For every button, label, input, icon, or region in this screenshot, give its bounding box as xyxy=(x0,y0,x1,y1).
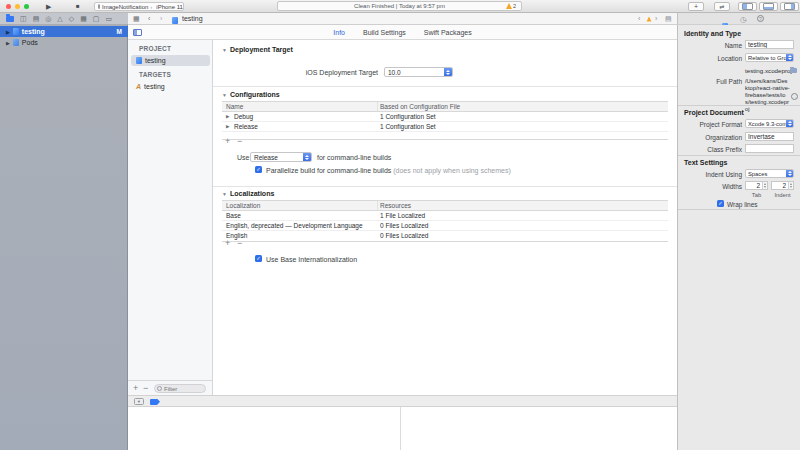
parallelize-note: (does not apply when using schemes) xyxy=(393,167,511,174)
name-label: Name xyxy=(678,42,742,49)
section-configurations[interactable]: ▼Configurations xyxy=(222,91,280,98)
project-format-popup[interactable]: Xcode 9.3-compatible xyxy=(745,119,794,128)
report-navigator-icon[interactable]: ▭ xyxy=(105,13,112,25)
project-item[interactable]: testing xyxy=(131,55,210,66)
warning-count: 2 xyxy=(513,3,516,9)
navigator-item-testing[interactable]: ▶ testing M xyxy=(0,26,128,37)
forward-button[interactable]: › xyxy=(160,13,162,25)
table-row[interactable]: Base 1 File Localized xyxy=(222,211,668,221)
toggle-navigator-button[interactable] xyxy=(738,2,757,11)
scheme-selector[interactable]: ImageNotification › iPhone 11 xyxy=(94,2,184,11)
app-target-icon: A xyxy=(136,83,141,90)
section-collapse-icon[interactable]: ▼ xyxy=(222,47,227,53)
add-button[interactable]: + xyxy=(133,381,138,396)
tab-info[interactable]: Info xyxy=(333,29,345,36)
project-document-section-title: Project Document xyxy=(684,109,744,116)
popup-stepper-icon xyxy=(303,153,311,161)
remove-configuration-button[interactable]: − xyxy=(237,134,242,149)
disclosure-triangle-icon[interactable]: ▶ xyxy=(6,29,10,35)
name-field[interactable] xyxy=(745,40,794,49)
remove-button[interactable]: − xyxy=(143,381,148,396)
source-control-navigator-icon[interactable]: ◫ xyxy=(20,13,27,25)
organization-label: Organization xyxy=(678,134,742,141)
library-button[interactable]: + xyxy=(688,2,704,11)
previous-issue-button[interactable]: ‹ xyxy=(638,13,640,25)
reveal-in-finder-arrow-icon[interactable]: → xyxy=(791,93,798,100)
base-internationalization-checkbox[interactable] xyxy=(255,255,262,262)
choose-location-folder-icon[interactable] xyxy=(790,68,797,73)
back-button[interactable]: ‹ xyxy=(148,13,150,25)
find-navigator-icon[interactable]: ◎ xyxy=(45,13,51,25)
zoom-window-button[interactable] xyxy=(24,4,29,9)
indent-using-label: Indent Using xyxy=(678,171,742,178)
section-localizations[interactable]: ▼Localizations xyxy=(222,190,274,197)
close-window-button[interactable] xyxy=(6,4,11,9)
section-collapse-icon[interactable]: ▼ xyxy=(222,191,227,197)
popup-stepper-icon xyxy=(444,68,452,76)
debug-area xyxy=(128,407,677,450)
breakpoint-navigator-icon[interactable]: ▢ xyxy=(93,13,100,25)
disclosure-triangle-icon[interactable]: ▶ xyxy=(6,40,10,46)
stepper-arrows-icon[interactable] xyxy=(788,182,793,189)
command-line-config-popup[interactable]: Release xyxy=(250,152,312,162)
column-divider[interactable] xyxy=(377,201,378,210)
table-row[interactable]: ▶ Release 1 Configuration Set xyxy=(222,122,668,132)
remove-localization-button[interactable]: − xyxy=(237,236,242,251)
tab-width-stepper[interactable]: 2 xyxy=(745,181,768,190)
ios-deployment-target-popup[interactable]: 10.0 xyxy=(384,67,453,77)
issues-badge[interactable]: 2 xyxy=(506,3,516,9)
column-divider[interactable] xyxy=(377,102,378,111)
editor-layout-icon[interactable]: ▤ xyxy=(665,13,672,25)
symbol-navigator-icon[interactable]: ▤ xyxy=(33,13,40,25)
secondary-bar: ◫ ▤ ◎ △ ◇ ▦ ▢ ▭ ▦ ‹ › testing ‹ › ▤ ◷ ? xyxy=(0,13,800,25)
indent-using-popup[interactable]: Spaces xyxy=(745,169,794,178)
disclosure-triangle-icon[interactable]: ▶ xyxy=(226,112,229,122)
run-button[interactable]: ▶ xyxy=(46,0,51,13)
tab-caption: Tab xyxy=(745,192,768,198)
jump-bar-file[interactable]: testing xyxy=(182,13,203,25)
stepper-arrows-icon[interactable] xyxy=(762,182,767,189)
tab-build-settings[interactable]: Build Settings xyxy=(363,29,406,36)
inspector-divider xyxy=(678,209,800,210)
parallelize-checkbox[interactable] xyxy=(255,166,262,173)
quick-help-inspector-tab[interactable]: ? xyxy=(757,15,764,22)
organization-field[interactable] xyxy=(745,132,794,141)
editor-arrows-button[interactable]: ⇄ xyxy=(714,2,730,11)
stop-button[interactable]: ■ xyxy=(76,0,80,13)
toggle-inspector-button[interactable] xyxy=(780,2,799,11)
add-localization-button[interactable]: + xyxy=(225,236,230,251)
target-item[interactable]: A testing xyxy=(131,81,210,92)
issue-warning-icon[interactable] xyxy=(647,17,652,22)
class-prefix-field[interactable] xyxy=(745,144,794,153)
next-issue-button[interactable]: › xyxy=(655,13,657,25)
use-label: Use xyxy=(237,154,249,161)
issue-navigator-icon[interactable]: △ xyxy=(57,13,62,25)
location-popup[interactable]: Relative to Group xyxy=(745,53,794,62)
table-row[interactable]: English 0 Files Localized xyxy=(222,231,668,241)
activity-viewer: Clean Finished | Today at 9:57 pm 2 xyxy=(277,1,522,11)
history-inspector-tab[interactable]: ◷ xyxy=(740,15,747,24)
window-controls xyxy=(6,4,29,9)
identity-section-title: Identity and Type xyxy=(684,30,741,37)
disclosure-triangle-icon[interactable]: ▶ xyxy=(226,122,229,132)
toggle-debug-area-button[interactable] xyxy=(759,2,778,11)
indent-width-stepper[interactable]: 2 xyxy=(771,181,794,190)
section-collapse-icon[interactable]: ▼ xyxy=(222,92,227,98)
section-deployment-target[interactable]: ▼Deployment Target xyxy=(222,46,293,53)
wrap-lines-checkbox[interactable] xyxy=(717,200,724,207)
minimize-window-button[interactable] xyxy=(15,4,20,9)
test-navigator-icon[interactable]: ◇ xyxy=(69,13,74,25)
tab-overview-icon[interactable]: ▦ xyxy=(133,13,140,25)
debug-navigator-icon[interactable]: ▦ xyxy=(80,13,87,25)
project-navigator-folder-icon[interactable] xyxy=(6,16,14,22)
modified-badge: M xyxy=(117,28,122,35)
debug-split-divider[interactable] xyxy=(400,407,401,450)
breakpoints-flag-icon[interactable] xyxy=(150,399,160,406)
add-configuration-button[interactable]: + xyxy=(225,134,230,149)
hide-debug-area-button[interactable]: ▾ xyxy=(134,398,144,405)
table-row[interactable]: English, deprecated — Development Langua… xyxy=(222,221,668,231)
tab-swift-packages[interactable]: Swift Packages xyxy=(424,29,472,36)
table-header: Name Based on Configuration File xyxy=(222,102,668,112)
table-row[interactable]: ▶ Debug 1 Configuration Set xyxy=(222,112,668,122)
navigator-item-pods[interactable]: ▶ Pods xyxy=(0,37,128,48)
